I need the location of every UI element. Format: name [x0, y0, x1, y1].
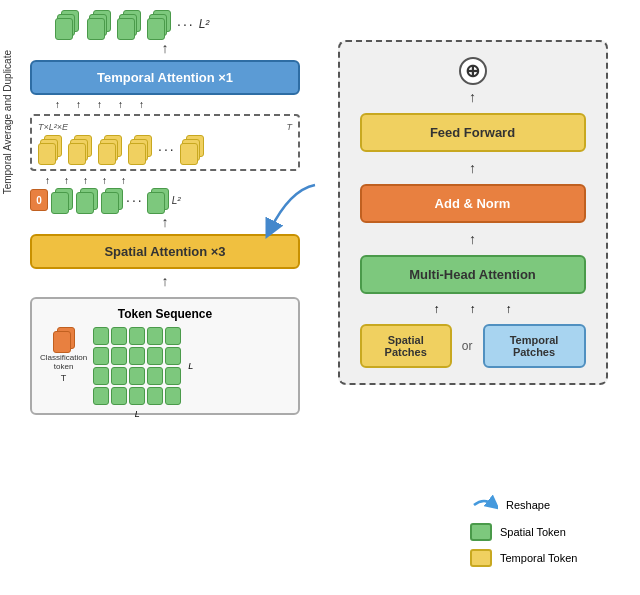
temporal-sequence-box: T×L²×E T ···: [30, 114, 300, 171]
spatial-token-3: [101, 188, 123, 212]
transformer-inputs: Spatial Patches or Temporal Patches: [360, 324, 586, 368]
sg17: [111, 387, 127, 405]
spatial-tokens-grid: L L: [93, 327, 181, 405]
sg1: [93, 327, 109, 345]
output-token-0: [55, 10, 81, 38]
sg3: [129, 327, 145, 345]
arrows-from-inputs: ↑ ↑ ↑: [360, 302, 586, 316]
vertical-label: Temporal Average and Duplicate: [2, 50, 22, 194]
sg7: [111, 347, 127, 365]
classification-token-section: Classificationtoken T: [40, 327, 87, 383]
spatial-attention-block: Spatial Attention ×3: [30, 234, 300, 269]
arrow-ff-to-plus: ↑: [360, 89, 586, 105]
right-panel: ⊕ ↑ Feed Forward ↑ Add & Norm ↑ Multi-He…: [310, 0, 640, 595]
spatial-token-l2: [147, 188, 169, 212]
spatial-token-legend-label: Spatial Token: [500, 526, 566, 538]
sg16: [93, 387, 109, 405]
main-container: Temporal Average and Duplicate ··· L² ↑ …: [0, 0, 640, 595]
t-end-label: T: [287, 122, 293, 132]
plus-symbol: ⊕: [459, 57, 487, 85]
token-sequence-box: Token Sequence Classificationtoken T: [30, 297, 300, 415]
temp-token-3: [128, 135, 154, 163]
spatial-tokens-row: 0 ··· L²: [30, 188, 300, 212]
spatial-dots: ···: [126, 192, 144, 208]
legend-temporal-token: Temporal Token: [470, 549, 630, 567]
spatial-patches-input: Spatial Patches: [360, 324, 452, 368]
token-seq-content: Classificationtoken T: [40, 327, 290, 405]
arrow-from-tokenseq: ↑: [30, 273, 300, 289]
arrows-to-dotted: ↑ ↑ ↑ ↑ ↑: [30, 175, 300, 186]
legend-spatial-token: Spatial Token: [470, 523, 630, 541]
transformer-block: ⊕ ↑ Feed Forward ↑ Add & Norm ↑ Multi-He…: [338, 40, 608, 385]
left-panel: Temporal Average and Duplicate ··· L² ↑ …: [0, 0, 310, 595]
temporal-token-legend-label: Temporal Token: [500, 552, 577, 564]
arrows-to-temporal: ↑ ↑ ↑ ↑ ↑: [30, 99, 300, 110]
output-token-1: [87, 10, 113, 38]
arrow-mha-to-addnorm: ↑: [360, 231, 586, 247]
output-l2-label: L²: [199, 17, 210, 31]
sg4: [147, 327, 163, 345]
temporal-patches-input: Temporal Patches: [483, 324, 586, 368]
sg13: [129, 367, 145, 385]
spatial-token-legend-icon: [470, 523, 492, 541]
output-token-2: [117, 10, 143, 38]
sg9: [147, 347, 163, 365]
spatial-token-1: [51, 188, 73, 212]
temp-token-t: [180, 135, 206, 163]
sg14: [147, 367, 163, 385]
output-dots: ···: [177, 16, 195, 32]
legend-reshape: Reshape: [470, 495, 630, 515]
mha-layer: Multi-Head Attention: [360, 255, 586, 294]
temp-token-0: [38, 135, 64, 163]
sg2: [111, 327, 127, 345]
or-label: or: [462, 339, 473, 353]
l-bottom-label: L: [135, 409, 140, 419]
arrow-addnorm-to-ff: ↑: [360, 160, 586, 176]
legend: Reshape Spatial Token Temporal Token: [470, 495, 630, 575]
t-label: T: [61, 373, 67, 383]
sg20: [165, 387, 181, 405]
sg11: [93, 367, 109, 385]
token-zero: 0: [30, 189, 48, 211]
cls-label: Classificationtoken: [40, 353, 87, 371]
token-rows: [93, 327, 181, 405]
arrow-to-spatial: ↑: [30, 214, 300, 230]
output-row: ··· L²: [30, 10, 300, 38]
cls-token-1: [53, 327, 75, 351]
spatial-token-2: [76, 188, 98, 212]
feed-forward-layer: Feed Forward: [360, 113, 586, 152]
reshape-icon: [470, 495, 498, 515]
reshape-label: Reshape: [506, 499, 550, 511]
arrow-temporal-to-output: ↑: [30, 40, 300, 56]
temp-token-1: [68, 135, 94, 163]
temp-token-2: [98, 135, 124, 163]
sg10: [165, 347, 181, 365]
temporal-token-legend-icon: [470, 549, 492, 567]
dim-t-label: T×L²×E: [38, 122, 68, 132]
add-norm-layer: Add & Norm: [360, 184, 586, 223]
temporal-tokens-row: ···: [38, 135, 292, 163]
sg6: [93, 347, 109, 365]
sg8: [129, 347, 145, 365]
sg12: [111, 367, 127, 385]
sg19: [147, 387, 163, 405]
temporal-attention-block: Temporal Attention ×1: [30, 60, 300, 95]
spatial-l2-label: L²: [172, 195, 181, 206]
token-seq-title: Token Sequence: [40, 307, 290, 321]
sg18: [129, 387, 145, 405]
temp-dots: ···: [158, 141, 176, 157]
l-right-label: L: [188, 361, 193, 371]
sg5: [165, 327, 181, 345]
sg15: [165, 367, 181, 385]
dim-label-row: T×L²×E T: [38, 122, 292, 132]
output-token-3: [147, 10, 173, 38]
